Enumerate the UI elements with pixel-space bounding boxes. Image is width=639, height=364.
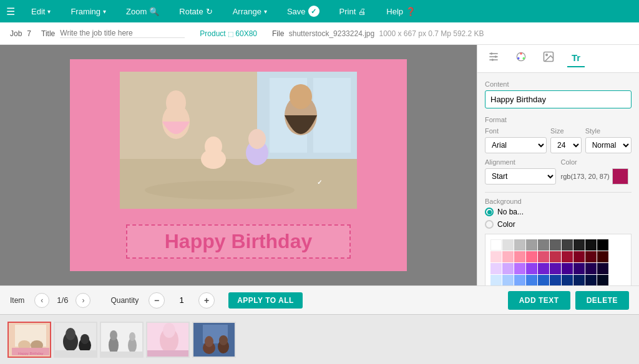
swatch-pu7[interactable] [562,263,573,274]
edit-menu[interactable]: Edit ▾ [27,7,54,16]
swatch-p1[interactable] [490,251,502,262]
svg-point-21 [520,52,522,54]
swatch-b2[interactable] [502,275,514,285]
swatch-pu8[interactable] [573,263,585,274]
canvas-area[interactable]: Happy Birthday [0,45,477,285]
tab-colors[interactable] [512,50,530,67]
color-swatch[interactable] [612,168,628,184]
font-select[interactable]: Arial [485,137,547,153]
print-button[interactable]: Print 🖨 [336,7,371,16]
font-row: Font Arial Size 24 Style [485,127,632,153]
prev-item-button[interactable]: ‹ [34,293,49,308]
apply-all-button[interactable]: APPLY TO ALL [228,292,303,309]
framing-label: Framing [71,7,100,16]
swatch-b6[interactable] [550,275,561,285]
quantity-value: 1 [172,295,191,305]
color-picker: ✓ [485,234,632,285]
swatch-pu6[interactable] [550,263,561,274]
zoom-menu[interactable]: Zoom 🔍 [122,7,163,16]
swatch-b4[interactable] [526,275,537,285]
swatch-b1[interactable] [490,275,502,285]
swatch-gray2[interactable] [538,239,549,251]
swatch-lightgray[interactable] [502,239,514,251]
thumb-img-5 [193,323,235,357]
swatch-p5-selected[interactable]: ✓ [538,251,549,262]
swatch-pu3[interactable] [514,263,525,274]
alignment-color-row: Alignment Start Color rgb(173, 20, 87) [485,158,632,184]
color-background-option[interactable]: Color [485,220,632,229]
swatch-gray1[interactable] [526,239,537,251]
job-label: Job [10,29,22,38]
decrease-qty-button[interactable]: − [149,292,165,309]
increase-qty-button[interactable]: + [198,292,215,309]
product-link[interactable]: Product [200,29,225,38]
thumbnail-3[interactable] [100,322,144,358]
swatch-p3[interactable] [514,251,525,262]
thumbnail-2[interactable] [54,322,97,358]
swatch-silver[interactable] [514,239,525,251]
content-input[interactable] [485,90,632,108]
zoom-icon: 🔍 [149,7,159,16]
tab-image[interactable] [540,50,557,67]
tab-filters[interactable] [485,50,502,67]
swatch-pu1[interactable] [490,263,502,274]
swatch-p6[interactable] [550,251,561,262]
print-label: Print [339,7,356,16]
menu-icon[interactable]: ☰ [6,6,15,17]
greeting-card[interactable]: Happy Birthday [70,59,407,271]
alignment-select[interactable]: Start [485,168,556,184]
purple-row [490,263,626,274]
color-preview-row: rgb(173, 20, 87) [561,168,632,184]
add-text-button[interactable]: ADD TEXT [508,291,570,310]
swatch-nearblack[interactable] [585,239,597,251]
save-button[interactable]: Save ✓ [283,6,323,17]
text-container[interactable]: Happy Birthday [126,224,351,259]
arrange-menu[interactable]: Arrange ▾ [229,7,271,16]
svg-point-42 [129,332,135,341]
rotate-menu[interactable]: Rotate ↻ [175,7,216,16]
swatch-p2[interactable] [502,251,514,262]
color-group: Color rgb(173, 20, 87) [561,158,632,184]
swatch-b5[interactable] [538,275,549,285]
swatch-pu10[interactable] [597,263,608,274]
item-current: 1 [57,295,61,305]
swatch-p8[interactable] [573,251,585,262]
swatch-b7[interactable] [562,275,573,285]
birthday-text: Happy Birthday [165,230,312,253]
file-section: File shutterstock_9233224.jpg 1000 x 667… [272,29,484,38]
swatch-b9[interactable] [585,275,597,285]
swatch-p7[interactable] [562,251,573,262]
next-item-button[interactable]: › [76,293,90,308]
style-select[interactable]: Normal [585,137,632,153]
swatch-pu4[interactable] [526,263,537,274]
thumbnail-5[interactable] [192,322,236,358]
swatch-white[interactable] [490,239,502,251]
thumbnail-4[interactable] [146,322,190,358]
swatch-b8[interactable] [573,275,585,285]
swatch-pu2[interactable] [502,263,514,274]
swatch-gray3[interactable] [550,239,561,251]
help-button[interactable]: Help ❓ [383,7,419,16]
swatch-pu9[interactable] [585,263,597,274]
format-group: Format Font Arial Size 24 [485,116,632,184]
swatch-gray4[interactable] [562,239,573,251]
framing-menu[interactable]: Framing ▾ [67,7,110,16]
no-background-radio[interactable] [485,208,494,216]
tab-text[interactable]: Tr [567,50,585,67]
delete-button[interactable]: DELETE [575,291,629,310]
swatch-b3[interactable] [514,275,525,285]
arrange-label: Arrange [233,7,261,16]
swatch-pu5[interactable] [538,263,549,274]
swatch-p4[interactable] [526,251,537,262]
no-background-option[interactable]: No ba... [485,208,632,216]
size-select[interactable]: 24 [550,137,582,153]
swatch-darkgray[interactable] [573,239,585,251]
swatch-b10[interactable] [597,275,608,285]
color-value-text: rgb(173, 20, 87) [561,173,610,180]
job-title-input[interactable] [60,29,185,38]
thumbnail-1[interactable]: Happy Birthday [7,322,51,358]
swatch-p10[interactable] [597,251,608,262]
swatch-p9[interactable] [585,251,597,262]
color-background-radio[interactable] [485,220,494,229]
swatch-black[interactable] [597,239,608,251]
